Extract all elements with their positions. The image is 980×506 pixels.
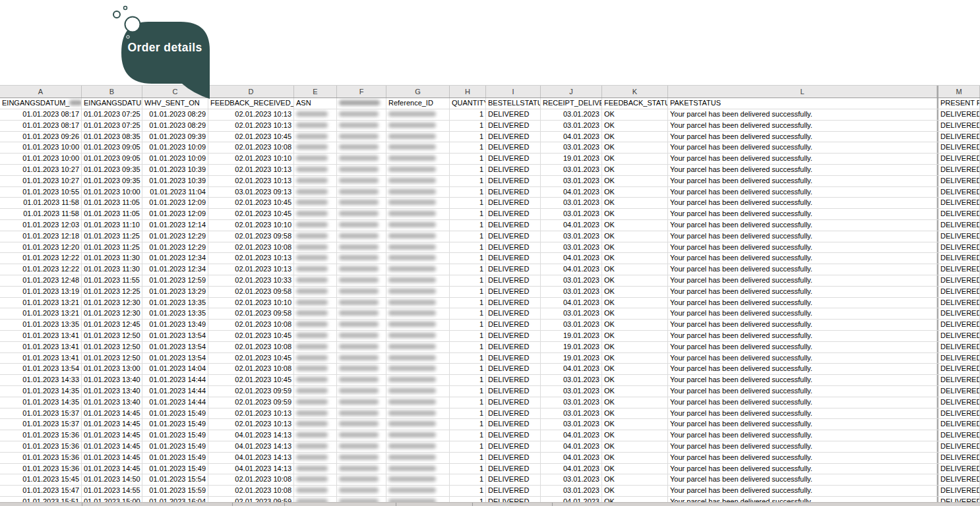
cell-feedback-received-on[interactable]: 02.01.2023 09:59 — [208, 397, 294, 408]
cell-paketstatus[interactable]: Your parcel has been delivered successfu… — [668, 165, 937, 175]
column-header-M[interactable]: M — [937, 86, 980, 98]
cell-redacted-col[interactable] — [337, 353, 386, 364]
cell-whv-sent-on[interactable]: 01.01.2023 12:29 — [142, 231, 208, 242]
cell-eingangsdatum[interactable]: 01.01.2023 12:50 — [82, 342, 142, 352]
cell-present-pac[interactable]: DELIVERED — [937, 386, 980, 397]
cell-feedback-status[interactable]: OK — [602, 121, 668, 131]
cell-eingangsdatum[interactable]: 01.01.2023 13:40 — [82, 397, 142, 408]
cell-quantity[interactable]: 1 — [450, 386, 486, 397]
cell-quantity[interactable]: 1 — [450, 275, 486, 286]
cell-reference-id[interactable] — [386, 198, 450, 208]
cell-feedback-received-on[interactable]: 04.01.2023 14:13 — [208, 430, 294, 441]
cell-whv-sent-on[interactable]: 01.01.2023 12:29 — [142, 242, 208, 253]
cell-receipt-delivery[interactable]: 03.01.2023 — [541, 397, 602, 408]
cell-eingangsdatum-x[interactable]: 01.01.2023 12:20 — [0, 242, 82, 253]
cell-redacted-col[interactable] — [337, 486, 386, 496]
cell-present-pac[interactable]: DELIVERED — [937, 253, 980, 264]
cell-feedback-received-on[interactable]: 02.01.2023 10:13 — [208, 419, 294, 430]
cell-paketstatus[interactable]: Your parcel has been delivered successfu… — [668, 231, 937, 242]
cell-eingangsdatum-x[interactable]: 01.01.2023 13:41 — [0, 353, 82, 364]
cell-receipt-delivery[interactable]: 03.01.2023 — [541, 142, 602, 153]
cell-whv-sent-on[interactable]: 01.01.2023 09:39 — [142, 132, 208, 142]
cell-feedback-status[interactable]: OK — [602, 464, 668, 474]
cell-bestellstatus[interactable]: DELIVERED — [486, 264, 541, 275]
column-header-L[interactable]: L — [668, 86, 937, 98]
cell-feedback-status[interactable]: OK — [602, 397, 668, 408]
cell-eingangsdatum[interactable]: 01.01.2023 13:40 — [82, 375, 142, 385]
cell-present-pac[interactable]: DELIVERED — [937, 430, 980, 441]
cell-feedback-received-on[interactable]: 02.01.2023 10:08 — [208, 364, 294, 374]
cell-asn[interactable] — [294, 298, 337, 308]
cell-feedback-status[interactable]: OK — [602, 375, 668, 385]
table-row[interactable]: 01.01.2023 12:2001.01.2023 11:2501.01.20… — [0, 242, 980, 254]
cell-present-pac[interactable]: DELIVERED — [937, 331, 980, 341]
cell-feedback-received-on[interactable]: 02.01.2023 10:45 — [208, 331, 294, 341]
cell-present-pac[interactable]: DELIVERED — [937, 375, 980, 385]
cell-feedback-status[interactable]: OK — [602, 220, 668, 231]
cell-present-pac[interactable]: DELIVERED — [937, 453, 980, 463]
table-row[interactable]: 01.01.2023 15:3701.01.2023 14:4501.01.20… — [0, 419, 980, 430]
cell-whv-sent-on[interactable]: 01.01.2023 13:54 — [142, 342, 208, 352]
cell-redacted-col[interactable] — [337, 342, 386, 352]
cell-reference-id[interactable] — [386, 486, 450, 496]
cell-eingangsdatum-x[interactable]: 01.01.2023 14:35 — [0, 397, 82, 408]
table-row[interactable]: 01.01.2023 15:3601.01.2023 14:4501.01.20… — [0, 441, 980, 453]
cell-feedback-received-on[interactable]: 04.01.2023 14:13 — [208, 441, 294, 452]
cell-feedback-status[interactable]: OK — [602, 231, 668, 242]
cell-quantity[interactable]: 1 — [450, 353, 486, 364]
cell-reference-id[interactable] — [386, 165, 450, 175]
cell-receipt-delivery[interactable]: 04.01.2023 — [541, 220, 602, 231]
cell-receipt-delivery[interactable]: 19.01.2023 — [541, 154, 602, 164]
cell-reference-id[interactable] — [386, 187, 450, 198]
cell-feedback-status[interactable]: OK — [602, 331, 668, 341]
cell-bestellstatus[interactable]: DELIVERED — [486, 419, 541, 430]
cell-present-pac[interactable]: DELIVERED — [937, 298, 980, 308]
cell-feedback-received-on[interactable]: 02.01.2023 10:33 — [208, 275, 294, 286]
cell-redacted-col[interactable] — [337, 464, 386, 474]
cell-asn[interactable] — [294, 132, 337, 142]
cell-feedback-received-on[interactable]: 02.01.2023 10:45 — [208, 132, 294, 142]
cell-feedback-status[interactable]: OK — [602, 209, 668, 219]
header-cell-receipt-delivery[interactable]: RECEIPT_DELIVERY — [541, 98, 602, 109]
cell-feedback-status[interactable]: OK — [602, 308, 668, 319]
cell-redacted-col[interactable] — [337, 287, 386, 297]
table-row[interactable]: 01.01.2023 10:0001.01.2023 09:0501.01.20… — [0, 142, 980, 154]
cell-paketstatus[interactable]: Your parcel has been delivered successfu… — [668, 342, 937, 352]
cell-whv-sent-on[interactable]: 01.01.2023 13:35 — [142, 308, 208, 319]
cell-feedback-status[interactable]: OK — [602, 264, 668, 275]
cell-feedback-status[interactable]: OK — [602, 198, 668, 208]
cell-eingangsdatum[interactable]: 01.01.2023 12:30 — [82, 298, 142, 308]
cell-asn[interactable] — [294, 165, 337, 175]
cell-bestellstatus[interactable]: DELIVERED — [486, 187, 541, 198]
table-row[interactable]: 01.01.2023 11:5801.01.2023 11:0501.01.20… — [0, 209, 980, 220]
cell-present-pac[interactable]: DELIVERED — [937, 209, 980, 219]
cell-reference-id[interactable] — [386, 275, 450, 286]
cell-redacted-col[interactable] — [337, 320, 386, 330]
cell-reference-id[interactable] — [386, 121, 450, 131]
cell-paketstatus[interactable]: Your parcel has been delivered successfu… — [668, 364, 937, 374]
cell-eingangsdatum[interactable]: 01.01.2023 07:25 — [82, 121, 142, 131]
cell-eingangsdatum[interactable]: 01.01.2023 14:45 — [82, 430, 142, 441]
cell-eingangsdatum[interactable]: 01.01.2023 11:30 — [82, 253, 142, 264]
cell-asn[interactable] — [294, 154, 337, 164]
cell-reference-id[interactable] — [386, 220, 450, 231]
cell-eingangsdatum[interactable]: 01.01.2023 14:55 — [82, 486, 142, 496]
cell-feedback-received-on[interactable]: 02.01.2023 09:58 — [208, 231, 294, 242]
cell-quantity[interactable]: 1 — [450, 430, 486, 441]
cell-paketstatus[interactable]: Your parcel has been delivered successfu… — [668, 397, 937, 408]
cell-eingangsdatum[interactable]: 01.01.2023 09:05 — [82, 154, 142, 164]
cell-bestellstatus[interactable]: DELIVERED — [486, 298, 541, 308]
cell-eingangsdatum-x[interactable]: 01.01.2023 12:22 — [0, 264, 82, 275]
column-header-F[interactable]: F — [337, 86, 386, 98]
cell-eingangsdatum[interactable]: 01.01.2023 09:35 — [82, 165, 142, 175]
cell-eingangsdatum[interactable]: 01.01.2023 12:50 — [82, 353, 142, 364]
cell-eingangsdatum-x[interactable]: 01.01.2023 15:36 — [0, 453, 82, 463]
cell-quantity[interactable]: 1 — [450, 209, 486, 219]
cell-feedback-received-on[interactable]: 04.01.2023 14:13 — [208, 464, 294, 474]
cell-bestellstatus[interactable]: DELIVERED — [486, 331, 541, 341]
cell-paketstatus[interactable]: Your parcel has been delivered successfu… — [668, 121, 937, 131]
cell-asn[interactable] — [294, 441, 337, 452]
cell-present-pac[interactable]: DELIVERED — [937, 441, 980, 452]
table-row[interactable]: 01.01.2023 15:3701.01.2023 14:4501.01.20… — [0, 408, 980, 420]
cell-quantity[interactable]: 1 — [450, 441, 486, 452]
